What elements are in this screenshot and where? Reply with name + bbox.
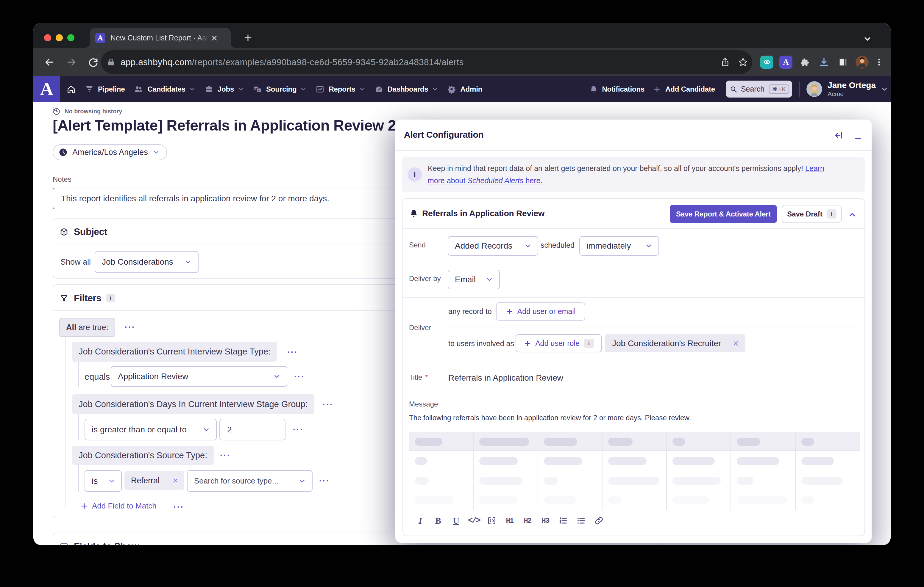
group-menu-button[interactable]: ··· <box>125 323 135 332</box>
filter-value-input[interactable]: 2 <box>219 419 285 441</box>
filter-operator-select[interactable]: is <box>84 470 122 492</box>
remove-tag-icon[interactable] <box>172 477 178 484</box>
bookmark-star-icon[interactable] <box>736 56 749 69</box>
filter-operator-select[interactable]: is greater than or equal to <box>84 419 217 441</box>
add-user-or-email-button[interactable]: Add user or email <box>496 303 585 321</box>
sidebar-toggle-icon[interactable] <box>837 56 850 69</box>
reload-button[interactable] <box>87 56 99 68</box>
dock-panel-icon[interactable] <box>834 130 844 140</box>
browsing-history[interactable]: No browsing history <box>52 107 122 116</box>
close-window-button[interactable] <box>44 34 51 41</box>
save-draft-button[interactable]: Save Draft i <box>782 205 842 223</box>
filter-search-select[interactable]: Search for source type... <box>187 470 313 492</box>
filters-info-icon[interactable]: i <box>106 294 115 303</box>
history-label: No browsing history <box>64 108 122 115</box>
link-icon[interactable] <box>590 516 608 525</box>
browser-profile-avatar[interactable] <box>856 56 869 69</box>
skeleton-cell-pill <box>801 496 814 504</box>
nav-dashboards[interactable]: Dashboards <box>370 85 443 94</box>
bullet-list-icon[interactable] <box>572 516 590 525</box>
nav-add-candidate[interactable]: Add Candidate <box>648 85 719 94</box>
ordered-list-icon[interactable] <box>554 516 572 525</box>
message-label: Message <box>409 400 438 408</box>
search-placeholder: Search <box>741 85 764 94</box>
forward-button[interactable] <box>66 56 78 68</box>
browser-tab[interactable]: A New Custom List Report · Ash <box>90 28 231 48</box>
collapse-chevron-icon[interactable] <box>848 210 857 219</box>
nav-reports[interactable]: Reports <box>311 85 370 94</box>
condition-menu-button[interactable]: ··· <box>293 425 304 434</box>
zoom-window-button[interactable] <box>67 34 74 41</box>
filter-field-pill[interactable]: Job Consideration's Days In Current Inte… <box>72 394 314 414</box>
message-text[interactable]: The following referrals have been in app… <box>409 414 691 422</box>
scheduled-select[interactable]: immediately <box>579 236 659 256</box>
filter-menu-button[interactable]: ··· <box>220 451 231 460</box>
add-field-to-match-button[interactable]: Add Field to Match <box>80 501 157 511</box>
tab-search-chevron-icon[interactable] <box>863 34 872 44</box>
nav-admin[interactable]: Admin <box>443 85 487 94</box>
nav-label: Notifications <box>602 85 645 94</box>
condition-menu-button[interactable]: ··· <box>319 476 330 486</box>
any-record-label: any record to <box>448 307 492 316</box>
plus-icon <box>80 502 88 510</box>
minimize-window-button[interactable] <box>56 34 63 41</box>
nav-pipeline[interactable]: Pipeline <box>80 85 129 94</box>
add-user-role-button[interactable]: Add user role i <box>516 334 602 352</box>
tab-close-icon[interactable] <box>210 34 219 43</box>
condition-menu-button[interactable]: ··· <box>294 372 305 381</box>
user-info[interactable]: Jane Ortega Acme <box>828 81 876 97</box>
heading3-icon[interactable]: H3 <box>536 517 554 525</box>
browser-menu-icon[interactable] <box>874 58 883 67</box>
bold-icon[interactable]: B <box>429 516 447 526</box>
nav-home[interactable] <box>62 84 80 94</box>
code-block-icon[interactable] <box>483 516 501 525</box>
nav-sourcing[interactable]: Sourcing <box>249 85 311 94</box>
user-role-tag[interactable]: Job Consideration's Recruiter <box>605 334 746 352</box>
deliver-label: Deliver <box>409 324 431 332</box>
add-field-menu-button[interactable]: ··· <box>173 503 184 512</box>
url-text: app.ashbyhq.com/reports/examples/a990ba9… <box>120 57 464 67</box>
send-select[interactable]: Added Records <box>448 236 538 256</box>
browser-toolbar: app.ashbyhq.com/reports/examples/a990ba9… <box>33 48 891 76</box>
back-button[interactable] <box>43 56 55 68</box>
heading1-icon[interactable]: H1 <box>501 517 518 525</box>
nav-notifications[interactable]: Notifications <box>585 85 648 94</box>
modal-title: Alert Configuration <box>404 130 484 140</box>
filter-field-pill[interactable]: Job Consideration's Current Interview St… <box>72 342 277 362</box>
heading2-icon[interactable]: H2 <box>518 517 536 525</box>
chevron-down-icon <box>298 477 306 485</box>
filter-field-pill[interactable]: Job Consideration's Source Type: <box>72 446 214 465</box>
user-menu-chevron-icon[interactable] <box>881 86 888 93</box>
extensions-puzzle-icon[interactable] <box>799 56 812 69</box>
download-icon[interactable] <box>817 56 830 69</box>
subject-select[interactable]: Job Considerations <box>95 251 198 273</box>
alert-title-input[interactable]: Referrals in Application Review <box>448 373 563 383</box>
chevron-down-icon <box>485 276 493 283</box>
new-tab-button[interactable] <box>243 33 253 43</box>
nav-candidates[interactable]: Candidates <box>129 84 200 94</box>
filter-menu-button[interactable]: ··· <box>323 400 333 409</box>
user-avatar[interactable] <box>807 81 822 97</box>
minimize-panel-icon[interactable] <box>854 132 863 141</box>
filter-menu-button[interactable]: ··· <box>287 348 298 357</box>
save-report-activate-button[interactable]: Save Report & Activate Alert <box>670 205 777 223</box>
url-bar[interactable]: app.ashbyhq.com/reports/examples/a990ba9… <box>101 50 752 74</box>
underline-icon[interactable]: U <box>447 516 465 526</box>
nav-jobs[interactable]: Jobs <box>200 85 249 94</box>
deliver-by-select[interactable]: Email <box>448 270 500 289</box>
filter-group-pill[interactable]: All are true: <box>59 318 115 337</box>
ashby-logo[interactable]: A <box>33 76 60 102</box>
italic-icon[interactable]: I <box>411 516 429 526</box>
skeleton-header-pill <box>737 438 760 446</box>
inline-code-icon[interactable]: </> <box>465 516 483 525</box>
filter-tag[interactable]: Referral <box>124 471 184 490</box>
extension-teal-icon[interactable] <box>760 56 773 69</box>
extension-ashby-icon[interactable]: A <box>779 56 792 69</box>
remove-tag-icon[interactable] <box>732 340 739 347</box>
skeleton-cell-pill <box>415 457 427 465</box>
timezone-selector[interactable]: America/Los Angeles <box>53 144 167 160</box>
filter-value-select[interactable]: Application Review <box>111 366 287 387</box>
chevron-down-icon <box>645 242 652 250</box>
search-input[interactable]: Search ⌘+K <box>726 81 792 97</box>
share-icon[interactable] <box>719 56 732 69</box>
